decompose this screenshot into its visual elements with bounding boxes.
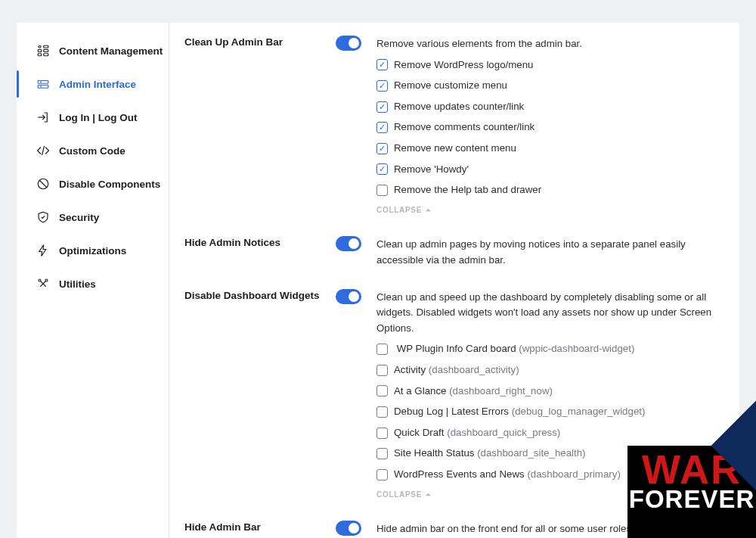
checkbox[interactable]: ✓ xyxy=(376,80,388,92)
interface-icon xyxy=(36,77,50,91)
sidebar-item-content-management[interactable]: Content Management xyxy=(17,34,169,67)
toggle-hide-admin-bar[interactable] xyxy=(336,521,361,536)
code-icon xyxy=(36,144,50,157)
content-icon xyxy=(36,44,50,58)
toggle-clean-admin-bar[interactable] xyxy=(336,36,361,51)
section-hide-admin-notices: Hide Admin Notices Clean up admin pages … xyxy=(184,237,717,268)
option-row: ✓At a Glance (dashboard_right_now) xyxy=(376,384,717,400)
sidebar-item-utilities[interactable]: Utilities xyxy=(17,267,169,300)
svg-rect-4 xyxy=(44,50,48,52)
toggle-disable-widgets[interactable] xyxy=(336,289,361,304)
option-row: ✓ WP Plugin Info Card board (wppic-dashb… xyxy=(376,341,717,357)
section-title: Clean Up Admin Bar xyxy=(184,36,328,48)
sidebar-item-label: Admin Interface xyxy=(59,79,136,90)
checkbox[interactable]: ✓ xyxy=(376,344,388,355)
checkbox[interactable]: ✓ xyxy=(376,406,388,418)
checkbox[interactable]: ✓ xyxy=(376,59,388,70)
tools-icon xyxy=(36,277,50,291)
svg-rect-5 xyxy=(44,54,48,56)
sidebar-item-label: Content Management xyxy=(59,45,163,57)
sidebar-item-admin-interface[interactable]: Admin Interface xyxy=(17,67,169,101)
section-title: Hide Admin Bar xyxy=(184,521,328,533)
sidebar-item-label: Custom Code xyxy=(59,145,125,157)
section-title: Disable Dashboard Widgets xyxy=(184,290,328,301)
corner-badge: WAR FOREVER xyxy=(627,446,756,538)
option-row: ✓Remove customize menu xyxy=(376,78,717,94)
svg-rect-2 xyxy=(38,54,42,56)
checkbox[interactable]: ✓ xyxy=(376,163,388,175)
option-row: ✓Remove 'Howdy' xyxy=(376,162,717,178)
sidebar-item-custom-code[interactable]: Custom Code xyxy=(17,134,169,167)
sidebar-nav: Content Management Admin Interface Log I… xyxy=(17,23,169,538)
section-desc: Remove various elements from the admin b… xyxy=(376,36,717,216)
svg-rect-6 xyxy=(38,81,48,84)
checkbox[interactable]: ✓ xyxy=(376,469,388,480)
checkbox[interactable]: ✓ xyxy=(376,365,388,376)
badge-line2: FOREVER xyxy=(627,487,756,512)
svg-point-12 xyxy=(45,279,48,281)
option-row: ✓Remove WordPress logo/menu xyxy=(376,58,717,73)
disable-icon xyxy=(36,177,50,191)
sidebar-item-label: Disable Components xyxy=(59,179,160,190)
toggle-hide-admin-notices[interactable] xyxy=(336,236,361,251)
svg-point-11 xyxy=(39,279,41,281)
lightning-icon xyxy=(36,244,50,257)
section-title: Hide Admin Notices xyxy=(184,237,328,248)
svg-rect-1 xyxy=(38,50,42,52)
checkbox[interactable]: ✓ xyxy=(376,385,388,397)
sidebar-item-label: Log In | Log Out xyxy=(59,112,138,123)
svg-point-8 xyxy=(41,82,42,82)
sidebar-item-label: Utilities xyxy=(59,278,96,290)
shield-icon xyxy=(36,210,50,224)
option-row: ✓Quick Draft (dashboard_quick_press) xyxy=(376,425,717,441)
checkbox[interactable]: ✓ xyxy=(376,428,388,439)
checkbox[interactable]: ✓ xyxy=(376,143,388,154)
svg-rect-3 xyxy=(44,45,48,48)
checkbox[interactable]: ✓ xyxy=(376,185,388,196)
sidebar-item-security[interactable]: Security xyxy=(17,201,169,234)
sidebar-item-label: Security xyxy=(59,212,99,223)
sidebar-item-label: Optimizations xyxy=(59,245,126,257)
svg-point-9 xyxy=(41,86,42,87)
sidebar-item-disable-components[interactable]: Disable Components xyxy=(17,167,169,201)
option-row: ✓Remove updates counter/link xyxy=(376,99,717,115)
checkbox[interactable]: ✓ xyxy=(376,101,388,113)
option-row: ✓Remove new content menu xyxy=(376,141,717,157)
svg-point-0 xyxy=(39,45,41,48)
section-clean-up-admin-bar: Clean Up Admin Bar Remove various elemen… xyxy=(184,36,717,216)
option-row: ✓Remove comments counter/link xyxy=(376,120,717,135)
sidebar-item-optimizations[interactable]: Optimizations xyxy=(17,234,169,267)
option-row: ✓Debug Log | Latest Errors (debug_log_ma… xyxy=(376,404,717,420)
option-row: ✓Activity (dashboard_activity) xyxy=(376,362,717,378)
section-desc: Clean up admin pages by moving notices i… xyxy=(376,237,717,268)
badge-line1: WAR xyxy=(627,451,756,488)
option-row: ✓Remove the Help tab and drawer xyxy=(376,182,717,198)
sidebar-item-login-logout[interactable]: Log In | Log Out xyxy=(17,101,169,134)
checkbox[interactable]: ✓ xyxy=(376,448,388,459)
svg-rect-7 xyxy=(38,86,48,89)
login-icon xyxy=(36,110,50,124)
checkbox[interactable]: ✓ xyxy=(376,122,388,133)
collapse-button[interactable]: COLLAPSE xyxy=(376,204,717,216)
